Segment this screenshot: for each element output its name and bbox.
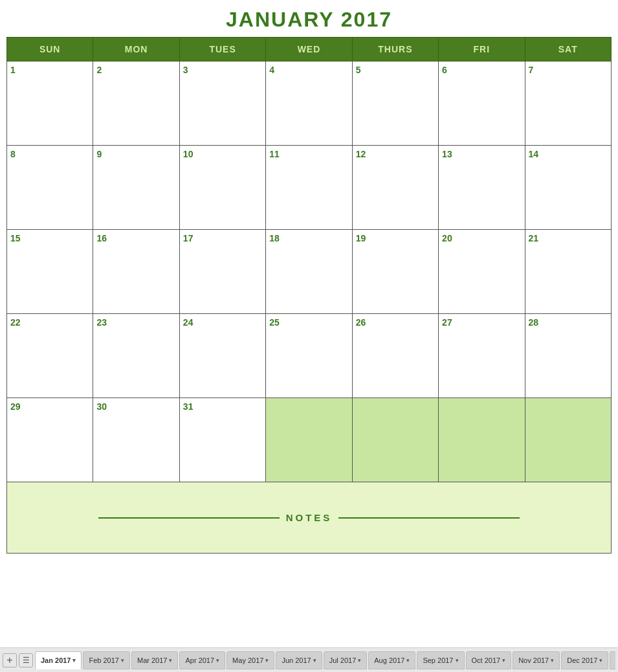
day-cell-4[interactable]: 4 [266,62,352,146]
day-number: 11 [269,149,280,159]
sheet-tab-mar-2017[interactable]: Mar 2017 ▾ [131,651,178,669]
day-number: 17 [183,233,193,243]
day-cell-24[interactable]: 24 [179,314,265,398]
day-cell-30[interactable]: 30 [93,398,179,482]
sheet-tab-apr-2017[interactable]: Apr 2017 ▾ [179,651,225,669]
calendar-wrapper: SUNMONTUESWEDTHURSFRISAT 123456789101112… [0,37,618,482]
day-cell-empty[interactable] [525,398,611,482]
sheet-tab-aug-2017[interactable]: Aug 2017 ▾ [368,651,415,669]
day-number: 29 [10,401,21,412]
tab-dropdown-arrow: ▾ [502,657,505,664]
sheet-tab-sep-2017[interactable]: Sep 2017 ▾ [417,651,464,669]
sheet-menu-button[interactable]: ☰ [19,653,33,667]
day-cell-6[interactable]: 6 [439,62,525,146]
notes-line-left [98,517,280,519]
header-sun: SUN [7,38,93,62]
day-cell-5[interactable]: 5 [352,62,438,146]
day-cell-29[interactable]: 29 [7,398,93,482]
day-number: 9 [96,149,102,159]
header-fri: FRI [439,38,525,62]
day-number: 5 [356,65,361,75]
header-tues: TUES [179,38,265,62]
day-cell-18[interactable]: 18 [266,230,352,314]
day-cell-8[interactable]: 8 [7,146,93,230]
calendar-body: 1234567891011121314151617181920212223242… [7,62,612,482]
sheet-tab-feb-2017[interactable]: Feb 2017 ▾ [83,651,129,669]
day-cell-28[interactable]: 28 [525,314,611,398]
day-cell-13[interactable]: 13 [439,146,525,230]
day-number: 15 [10,233,21,243]
day-number: 22 [10,317,21,328]
day-number: 31 [183,401,193,412]
tab-dropdown-arrow: ▾ [72,657,76,664]
tab-dropdown-arrow: ▾ [121,657,124,664]
day-cell-14[interactable]: 14 [525,146,611,230]
day-cell-27[interactable]: 27 [439,314,525,398]
day-cell-3[interactable]: 3 [179,62,265,146]
day-number: 18 [269,233,280,243]
day-number: 12 [356,149,366,159]
day-number: 30 [96,401,107,412]
day-cell-1[interactable]: 1 [7,62,93,146]
day-number: 8 [10,149,16,159]
day-cell-22[interactable]: 22 [7,314,93,398]
week-row-5: 293031 [7,398,612,482]
header-mon: MON [93,38,179,62]
day-number: 24 [183,317,193,328]
header-sat: SAT [525,38,611,62]
day-cell-11[interactable]: 11 [266,146,352,230]
week-row-1: 1234567 [7,62,612,146]
day-cell-15[interactable]: 15 [7,230,93,314]
day-number: 19 [356,233,366,243]
day-cell-17[interactable]: 17 [179,230,265,314]
sheet-tab-nov-2017[interactable]: Nov 2017 ▾ [513,651,560,669]
tab-dropdown-arrow: ▾ [265,657,269,664]
day-cell-7[interactable]: 7 [525,62,611,146]
day-number: 13 [442,149,452,159]
day-cell-empty[interactable] [439,398,525,482]
sheet-tab-may-2017[interactable]: May 2017 ▾ [226,651,274,669]
day-cell-25[interactable]: 25 [266,314,352,398]
day-number: 3 [183,65,188,75]
day-cell-2[interactable]: 2 [93,62,179,146]
tab-dropdown-arrow: ▾ [169,657,172,664]
tab-dropdown-arrow: ▾ [406,657,410,664]
day-number: 23 [96,317,107,328]
tab-dropdown-arrow: ▾ [551,657,554,664]
day-cell-empty[interactable] [266,398,352,482]
day-cell-9[interactable]: 9 [93,146,179,230]
sheet-tab-oct-2017[interactable]: Oct 2017 ▾ [466,651,512,669]
calendar-header-row: SUNMONTUESWEDTHURSFRISAT [7,38,612,62]
sheet-tab-jan-2018[interactable]: Jan 2018 ▾ [610,651,615,669]
day-cell-21[interactable]: 21 [525,230,611,314]
day-number: 26 [356,317,366,328]
day-cell-19[interactable]: 19 [352,230,438,314]
sheet-tab-jun-2017[interactable]: Jun 2017 ▾ [276,651,322,669]
day-number: 28 [529,317,539,328]
week-row-2: 891011121314 [7,146,612,230]
day-cell-empty[interactable] [352,398,438,482]
sheet-tab-jan-2017[interactable]: Jan 2017 ▾ [35,651,82,669]
week-row-4: 22232425262728 [7,314,612,398]
day-cell-16[interactable]: 16 [93,230,179,314]
day-number: 21 [529,233,539,243]
day-number: 10 [183,149,193,159]
tab-dropdown-arrow: ▾ [358,657,361,664]
day-cell-10[interactable]: 10 [179,146,265,230]
day-number: 16 [96,233,107,243]
week-row-3: 15161718192021 [7,230,612,314]
sheet-tab-dec-2017[interactable]: Dec 2017 ▾ [561,651,608,669]
day-number: 20 [442,233,452,243]
notes-section: NOTES [6,482,612,554]
add-sheet-button[interactable]: + [3,653,17,667]
day-number: 6 [442,65,447,75]
day-cell-12[interactable]: 12 [352,146,438,230]
day-cell-23[interactable]: 23 [93,314,179,398]
notes-line-right [338,517,520,519]
day-cell-20[interactable]: 20 [439,230,525,314]
sheet-tab-jul-2017[interactable]: Jul 2017 ▾ [324,651,368,669]
day-cell-31[interactable]: 31 [179,398,265,482]
day-cell-26[interactable]: 26 [352,314,438,398]
day-number: 4 [269,65,274,75]
calendar-table: SUNMONTUESWEDTHURSFRISAT 123456789101112… [6,37,612,482]
